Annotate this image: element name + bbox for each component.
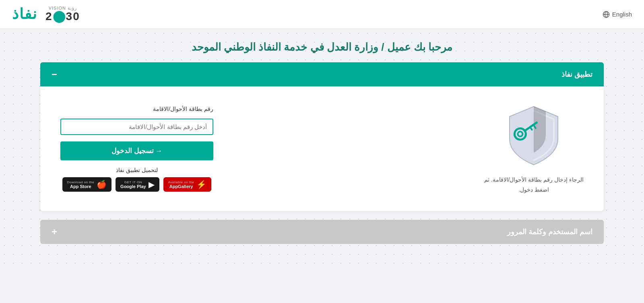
app-download-section: لتحميل تطبيق نفاذ ⚡ Available on the App… — [60, 167, 213, 192]
apple-badge-text: Download on the App Store — [67, 180, 95, 189]
app-badges: ⚡ Available on the AppGallery ▶ GET IT O… — [60, 177, 213, 192]
id-field-label: رقم بطاقة الأحوال/الاقامة — [60, 106, 213, 112]
main-content: مرحبا بك عميل / وزارة العدل في خدمة النف… — [0, 29, 644, 270]
apple-icon: 🍎 — [97, 180, 107, 189]
teal-panel-title: تطبيق نفاذ — [561, 70, 592, 79]
huawei-badge-text: Available on the AppGallery — [168, 180, 194, 189]
illustration-area: الرجاء إدخال رقم بطاقة الأحوال/الاقامة. … — [484, 102, 584, 195]
huawei-icon: ⚡ — [196, 180, 206, 189]
login-button[interactable]: → تسجيل الدخول — [60, 141, 213, 160]
app-store-badge[interactable]: 🍎 Download on the App Store — [62, 177, 112, 192]
apple-sub: Download on the — [67, 180, 95, 184]
login-form: رقم بطاقة الأحوال/الاقامة → تسجيل الدخول… — [60, 106, 213, 192]
huawei-main: AppGallery — [168, 184, 194, 189]
google-play-icon: ▶ — [149, 180, 155, 189]
hint-line2: اضغط دخول. — [484, 185, 584, 195]
header: English VISION رؤية 2⬤30 نفاذ — [0, 0, 644, 29]
apple-main: App Store — [67, 184, 95, 189]
logos: VISION رؤية 2⬤30 نفاذ — [12, 6, 80, 23]
google-badge-text: GET IT ON Google Play — [120, 180, 146, 189]
shield-key-illustration — [502, 102, 566, 167]
huawei-sub: Available on the — [168, 180, 194, 184]
google-play-badge[interactable]: ▶ GET IT ON Google Play — [116, 177, 159, 192]
vision-logo: VISION رؤية 2⬤30 — [45, 6, 80, 23]
globe-icon — [603, 11, 610, 18]
huawei-badge[interactable]: ⚡ Available on the AppGallery — [163, 177, 212, 192]
app-download-label: لتحميل تطبيق نفاذ — [60, 167, 213, 173]
page-title: مرحبا بك عميل / وزارة العدل في خدمة النف… — [40, 41, 604, 53]
nafaz-logo: نفاذ — [12, 6, 37, 23]
nafaz-app-panel-header[interactable]: تطبيق نفاذ − — [40, 62, 604, 86]
login-card: الرجاء إدخال رقم بطاقة الأحوال/الاقامة. … — [40, 86, 604, 211]
lang-label: English — [612, 11, 632, 18]
id-input[interactable] — [60, 119, 213, 135]
card-hint: الرجاء إدخال رقم بطاقة الأحوال/الاقامة. … — [484, 175, 584, 195]
language-switcher[interactable]: English — [603, 11, 632, 18]
gray-panel-expand-icon: + — [52, 226, 57, 237]
google-sub: GET IT ON — [120, 180, 146, 184]
google-main: Google Play — [120, 184, 146, 189]
teal-panel-collapse-icon: − — [52, 69, 57, 80]
username-password-panel-header[interactable]: اسم المستخدم وكلمة المرور + — [40, 220, 604, 244]
hint-line1: الرجاء إدخال رقم بطاقة الأحوال/الاقامة. … — [484, 175, 584, 185]
vision-year: 2⬤30 — [45, 10, 80, 23]
login-button-label: → تسجيل الدخول — [111, 147, 162, 155]
gray-panel-title: اسم المستخدم وكلمة المرور — [507, 227, 592, 236]
